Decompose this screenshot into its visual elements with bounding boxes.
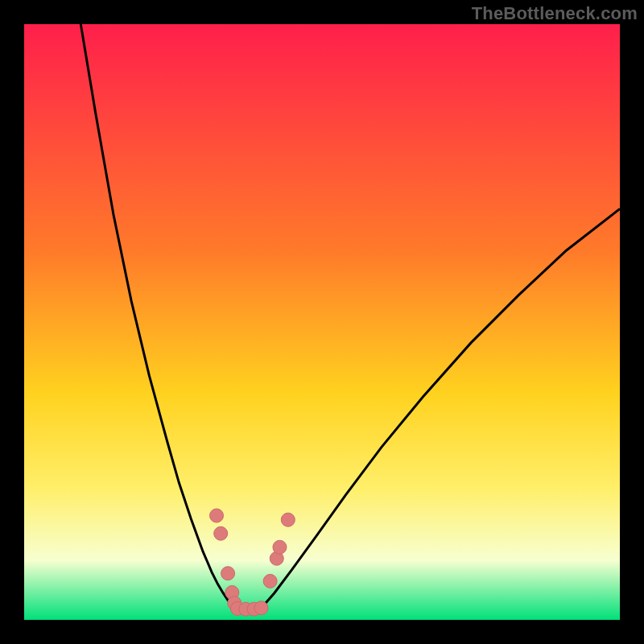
marker-left bbox=[210, 509, 224, 522]
plot-area bbox=[24, 24, 620, 620]
marker-right bbox=[281, 513, 295, 526]
watermark-text: TheBottleneck.com bbox=[472, 3, 638, 24]
marker-left bbox=[221, 567, 235, 580]
bottleneck-chart bbox=[24, 24, 620, 620]
marker-right bbox=[263, 574, 277, 588]
marker-right bbox=[273, 540, 287, 554]
marker-left bbox=[214, 526, 228, 540]
outer-frame: TheBottleneck.com bbox=[0, 0, 644, 644]
marker-floor bbox=[254, 601, 268, 615]
gradient-bg bbox=[24, 24, 620, 620]
